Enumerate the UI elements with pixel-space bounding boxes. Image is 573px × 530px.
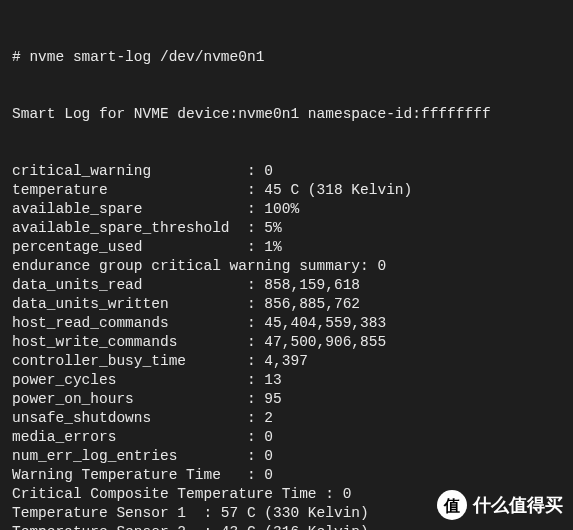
smart-log-row: unsafe_shutdowns : 2 (12, 409, 561, 428)
smart-log-row: data_units_read : 858,159,618 (12, 276, 561, 295)
terminal-output: # nvme smart-log /dev/nvme0n1 Smart Log … (0, 0, 573, 530)
smart-log-row: temperature : 45 C (318 Kelvin) (12, 181, 561, 200)
smart-log-row: power_cycles : 13 (12, 371, 561, 390)
smart-log-row: host_write_commands : 47,500,906,855 (12, 333, 561, 352)
smart-log-row: controller_busy_time : 4,397 (12, 352, 561, 371)
smart-log-header: Smart Log for NVME device:nvme0n1 namesp… (12, 105, 561, 124)
watermark-badge: 值 什么值得买 (437, 490, 563, 520)
smart-log-row: media_errors : 0 (12, 428, 561, 447)
smart-log-row: num_err_log_entries : 0 (12, 447, 561, 466)
smart-log-rows: critical_warning : 0temperature : 45 C (… (12, 162, 561, 530)
smart-log-row: power_on_hours : 95 (12, 390, 561, 409)
smart-log-row: critical_warning : 0 (12, 162, 561, 181)
smart-log-row: endurance group critical warning summary… (12, 257, 561, 276)
watermark-icon: 值 (437, 490, 467, 520)
command-line: # nvme smart-log /dev/nvme0n1 (12, 48, 561, 67)
smart-log-row: Temperature Sensor 2 : 43 C (316 Kelvin) (12, 523, 561, 530)
smart-log-row: available_spare : 100% (12, 200, 561, 219)
smart-log-row: data_units_written : 856,885,762 (12, 295, 561, 314)
watermark-text: 什么值得买 (473, 496, 563, 515)
smart-log-row: Warning Temperature Time : 0 (12, 466, 561, 485)
smart-log-row: available_spare_threshold : 5% (12, 219, 561, 238)
smart-log-row: host_read_commands : 45,404,559,383 (12, 314, 561, 333)
smart-log-row: percentage_used : 1% (12, 238, 561, 257)
